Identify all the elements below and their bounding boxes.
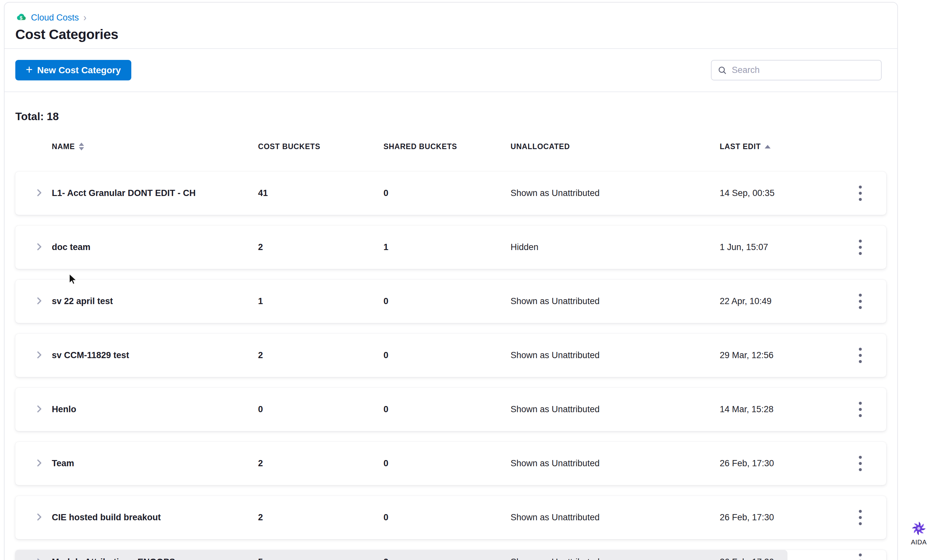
- row-unallocated: Shown as Unattributed: [510, 405, 720, 414]
- kebab-menu-icon[interactable]: [852, 234, 869, 260]
- row-name: L1- Acct Granular DONT EDIT - CH: [52, 188, 258, 198]
- row-shared-buckets: 1: [384, 242, 510, 252]
- new-cost-category-button[interactable]: + New Cost Category: [15, 60, 131, 80]
- row-shared-buckets: 0: [384, 188, 510, 198]
- toolbar: + New Cost Category: [5, 49, 897, 91]
- row-last-edit: 14 Mar, 15:28: [720, 405, 844, 414]
- row-unallocated: Shown as Unattributed: [510, 350, 720, 360]
- kebab-menu-icon[interactable]: [852, 505, 869, 531]
- row-unallocated: Hidden: [510, 242, 720, 252]
- breadcrumb-separator-icon: ›: [83, 12, 86, 24]
- chevron-right-icon[interactable]: [34, 188, 44, 199]
- row-cost-buckets: 2: [258, 350, 384, 360]
- kebab-menu-icon[interactable]: [852, 180, 869, 206]
- row-name: sv 22 april test: [52, 296, 258, 306]
- column-header-shared-buckets[interactable]: SHARED BUCKETS: [384, 142, 510, 151]
- new-cost-category-button-label: New Cost Category: [37, 65, 121, 75]
- row-cost-buckets: 1: [258, 296, 384, 306]
- row-name: Henlo: [52, 405, 258, 414]
- breadcrumb: $ Cloud Costs ›: [15, 12, 884, 23]
- row-unallocated: Shown as Unattributed: [510, 512, 720, 523]
- chevron-right-icon[interactable]: [34, 458, 44, 469]
- total-label: Total:: [15, 110, 44, 122]
- row-last-edit: 14 Sep, 00:35: [720, 188, 844, 198]
- row-unallocated: Shown as Unattributed: [510, 296, 720, 306]
- row-name: CIE hosted build breakout: [52, 512, 258, 523]
- kebab-menu-icon[interactable]: [852, 343, 869, 369]
- page-body: Total: 18 NAME COST BUCKETS SHARED BUCKE…: [5, 92, 897, 560]
- column-header-last-edit[interactable]: LAST EDIT: [720, 142, 844, 151]
- row-shared-buckets: 0: [384, 296, 510, 306]
- row-cost-buckets: 2: [258, 512, 384, 523]
- table-row[interactable]: CIE hosted build breakout 2 0 Shown as U…: [15, 496, 886, 539]
- row-name: sv CCM-11829 test: [52, 350, 258, 360]
- table-row[interactable]: sv 22 april test 1 0 Shown as Unattribut…: [15, 280, 886, 323]
- svg-text:$: $: [20, 15, 23, 20]
- column-header-unallocated[interactable]: UNALLOCATED: [510, 142, 720, 151]
- search-box[interactable]: [711, 60, 882, 80]
- row-shared-buckets: 0: [384, 512, 510, 523]
- row-name: Module Attribution - ENGOPS: [52, 557, 258, 560]
- search-input[interactable]: [732, 65, 875, 75]
- chevron-right-icon[interactable]: [34, 557, 44, 560]
- sort-ascending-icon[interactable]: [765, 145, 771, 148]
- aida-flower-icon: [911, 520, 927, 537]
- row-unallocated: Shown as Unattributed: [510, 557, 720, 560]
- total-value: 18: [47, 110, 59, 122]
- row-shared-buckets: 0: [384, 458, 510, 469]
- kebab-menu-icon[interactable]: [852, 397, 869, 423]
- table-header-row: NAME COST BUCKETS SHARED BUCKETS UNALLOC…: [15, 141, 886, 152]
- total-count: Total: 18: [15, 110, 897, 123]
- row-last-edit: 1 Jun, 15:07: [720, 242, 844, 252]
- row-shared-buckets: 2: [384, 557, 510, 560]
- cloud-dollar-icon: $: [15, 12, 27, 23]
- row-cost-buckets: 0: [258, 405, 384, 414]
- search-icon: [717, 65, 727, 75]
- sort-both-icon[interactable]: [79, 143, 84, 151]
- row-name: doc team: [52, 242, 258, 252]
- main-content-card: $ Cloud Costs › Cost Categories + New Co…: [4, 2, 898, 560]
- cost-category-list: L1- Acct Granular DONT EDIT - CH 41 0 Sh…: [15, 172, 886, 560]
- column-header-cost-buckets[interactable]: COST BUCKETS: [258, 142, 384, 151]
- row-cost-buckets: 41: [258, 188, 384, 198]
- cost-categories-page: $ Cloud Costs › Cost Categories + New Co…: [0, 0, 939, 560]
- page-header: $ Cloud Costs › Cost Categories: [5, 3, 897, 48]
- table-row[interactable]: Module Attribution - ENGOPS 5 2 Shown as…: [15, 550, 886, 560]
- chevron-right-icon[interactable]: [34, 296, 44, 307]
- table-row[interactable]: sv CCM-11829 test 2 0 Shown as Unattribu…: [15, 334, 886, 377]
- kebab-menu-icon[interactable]: [852, 551, 869, 560]
- row-unallocated: Shown as Unattributed: [510, 188, 720, 198]
- kebab-menu-icon[interactable]: [852, 288, 869, 314]
- table-row[interactable]: doc team 2 1 Hidden 1 Jun, 15:07: [15, 226, 886, 269]
- table-row[interactable]: Henlo 0 0 Shown as Unattributed 14 Mar, …: [15, 388, 886, 431]
- chevron-right-icon[interactable]: [34, 350, 44, 361]
- row-last-edit: 22 Apr, 10:49: [720, 296, 844, 306]
- kebab-menu-icon[interactable]: [852, 451, 869, 477]
- row-cost-buckets: 5: [258, 557, 384, 560]
- table-row[interactable]: Team 2 0 Shown as Unattributed 26 Feb, 1…: [15, 442, 886, 485]
- row-last-edit: 26 Feb, 17:30: [720, 458, 844, 469]
- column-header-name[interactable]: NAME: [52, 142, 258, 151]
- row-last-edit: 26 Feb, 17:30: [720, 512, 844, 523]
- row-last-edit: 26 Feb, 17:30: [720, 557, 844, 560]
- page-title: Cost Categories: [15, 27, 884, 42]
- row-last-edit: 29 Mar, 12:56: [720, 350, 844, 360]
- aida-assistant-widget[interactable]: AIDA: [907, 520, 931, 546]
- row-unallocated: Shown as Unattributed: [510, 458, 720, 469]
- row-cost-buckets: 2: [258, 458, 384, 469]
- row-cost-buckets: 2: [258, 242, 384, 252]
- chevron-right-icon[interactable]: [34, 242, 44, 253]
- row-name: Team: [52, 458, 258, 469]
- row-shared-buckets: 0: [384, 350, 510, 360]
- aida-label: AIDA: [911, 538, 927, 546]
- row-shared-buckets: 0: [384, 405, 510, 414]
- plus-icon: +: [26, 64, 32, 75]
- chevron-right-icon[interactable]: [34, 404, 44, 415]
- breadcrumb-link-cloud-costs[interactable]: Cloud Costs: [31, 13, 79, 23]
- chevron-right-icon[interactable]: [34, 512, 44, 523]
- table-row[interactable]: L1- Acct Granular DONT EDIT - CH 41 0 Sh…: [15, 172, 886, 215]
